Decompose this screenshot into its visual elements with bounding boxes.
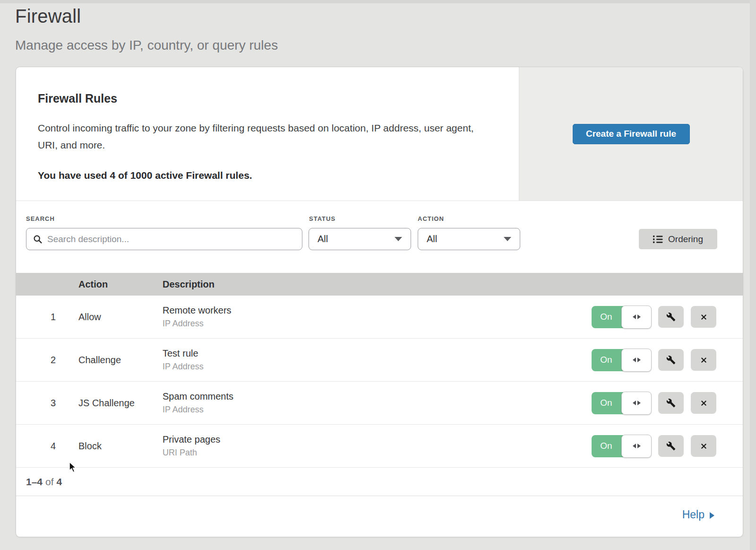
rules-intro-section: Firewall Rules Control incoming traffic …: [16, 67, 743, 201]
toggle-state-label: On: [592, 435, 621, 457]
toggle-arrows-icon: [621, 349, 652, 372]
rule-action: Challenge: [78, 355, 163, 366]
ordering-button[interactable]: Ordering: [639, 229, 717, 249]
rule-priority: 3: [16, 398, 78, 409]
help-link-label: Help: [682, 508, 704, 521]
close-icon: [699, 313, 708, 322]
help-link[interactable]: Help: [682, 508, 714, 521]
create-firewall-rule-button[interactable]: Create a Firewall rule: [573, 124, 690, 144]
page-subtitle: Manage access by IP, country, or query r…: [15, 38, 278, 53]
wrench-icon: [666, 398, 676, 408]
table-header: Action Description: [16, 273, 743, 296]
ordering-list-icon: [653, 235, 663, 244]
rule-match-type: IP Address: [163, 362, 592, 372]
ordering-button-label: Ordering: [668, 234, 703, 244]
page-title: Firewall: [15, 6, 81, 27]
search-icon: [33, 235, 43, 244]
rule-controls: On: [592, 435, 716, 457]
pagination-total: 4: [57, 476, 62, 488]
toggle-arrows-icon: [621, 306, 652, 329]
rule-description: Test rule: [163, 348, 592, 359]
toggle-arrows-icon: [621, 435, 652, 458]
rule-priority: 1: [16, 312, 78, 323]
rule-action: Block: [78, 441, 163, 452]
pagination-status: 1–4 of 4: [16, 468, 743, 496]
caret-down-icon: [504, 237, 511, 241]
rule-enabled-toggle[interactable]: On: [592, 435, 651, 457]
table-row: 1 Allow Remote workers IP Address On: [16, 296, 743, 339]
table-row: 2 Challenge Test rule IP Address On: [16, 339, 743, 382]
rule-match-type: IP Address: [163, 319, 592, 329]
rule-priority: 2: [16, 355, 78, 366]
edit-rule-button[interactable]: [658, 392, 684, 414]
wrench-icon: [666, 312, 676, 322]
rule-controls: On: [592, 349, 716, 371]
column-header-action: Action: [78, 279, 163, 290]
status-label: STATUS: [309, 215, 335, 222]
table-row: 3 JS Challenge Spam comments IP Address …: [16, 382, 743, 425]
rule-match-type: URI Path: [163, 448, 592, 458]
action-select[interactable]: All: [418, 228, 520, 250]
filters-bar: SEARCH STATUS All ACTION All: [16, 201, 743, 273]
delete-rule-button[interactable]: [691, 349, 716, 371]
rule-description: Spam comments: [163, 391, 592, 402]
card-footer: Help: [16, 496, 743, 536]
close-icon: [699, 356, 708, 365]
rule-enabled-toggle[interactable]: On: [592, 392, 651, 414]
search-input[interactable]: [47, 234, 302, 244]
window-right-edge: [750, 0, 756, 550]
close-icon: [699, 442, 708, 451]
toggle-state-label: On: [592, 306, 621, 328]
action-label: ACTION: [418, 215, 444, 222]
toggle-arrows-icon: [621, 392, 652, 415]
rules-intro-text: Firewall Rules Control incoming traffic …: [16, 67, 519, 201]
rule-action: Allow: [78, 312, 163, 323]
rule-description-cell: Spam comments IP Address: [163, 391, 592, 415]
close-icon: [699, 399, 708, 408]
status-selected-value: All: [318, 234, 328, 244]
create-rule-panel: Create a Firewall rule: [519, 67, 743, 201]
toggle-state-label: On: [592, 392, 621, 414]
rule-description-cell: Test rule IP Address: [163, 348, 592, 372]
help-arrow-icon: [710, 512, 714, 519]
rule-enabled-toggle[interactable]: On: [592, 306, 651, 328]
edit-rule-button[interactable]: [658, 349, 684, 371]
rule-controls: On: [592, 306, 716, 328]
column-header-description: Description: [163, 279, 215, 290]
firewall-rules-card: Firewall Rules Control incoming traffic …: [16, 67, 743, 537]
rules-usage-count: You have used 4 of 1000 active Firewall …: [38, 170, 500, 181]
edit-rule-button[interactable]: [658, 435, 684, 457]
rule-description-cell: Private pages URI Path: [163, 434, 592, 458]
search-field[interactable]: [26, 228, 302, 250]
rule-controls: On: [592, 392, 716, 414]
search-label: SEARCH: [26, 215, 55, 222]
rule-description: Remote workers: [163, 305, 592, 316]
window-top-edge: [0, 0, 756, 3]
toggle-state-label: On: [592, 349, 621, 371]
pagination-range: 1–4: [26, 476, 43, 488]
delete-rule-button[interactable]: [691, 306, 716, 328]
pagination-of: of: [45, 476, 54, 488]
rule-priority: 4: [16, 441, 78, 452]
table-row: 4 Block Private pages URI Path On: [16, 425, 743, 468]
rule-description-cell: Remote workers IP Address: [163, 305, 592, 329]
rule-description: Private pages: [163, 434, 592, 445]
wrench-icon: [666, 355, 676, 365]
action-selected-value: All: [427, 234, 437, 244]
status-select[interactable]: All: [309, 228, 411, 250]
caret-down-icon: [395, 237, 402, 241]
rule-action: JS Challenge: [78, 398, 163, 409]
edit-rule-button[interactable]: [658, 306, 684, 328]
delete-rule-button[interactable]: [691, 435, 716, 457]
delete-rule-button[interactable]: [691, 392, 716, 414]
rules-heading: Firewall Rules: [38, 92, 500, 105]
rule-match-type: IP Address: [163, 405, 592, 415]
wrench-icon: [666, 441, 676, 451]
rules-description: Control incoming traffic to your zone by…: [38, 120, 487, 154]
rule-enabled-toggle[interactable]: On: [592, 349, 651, 371]
